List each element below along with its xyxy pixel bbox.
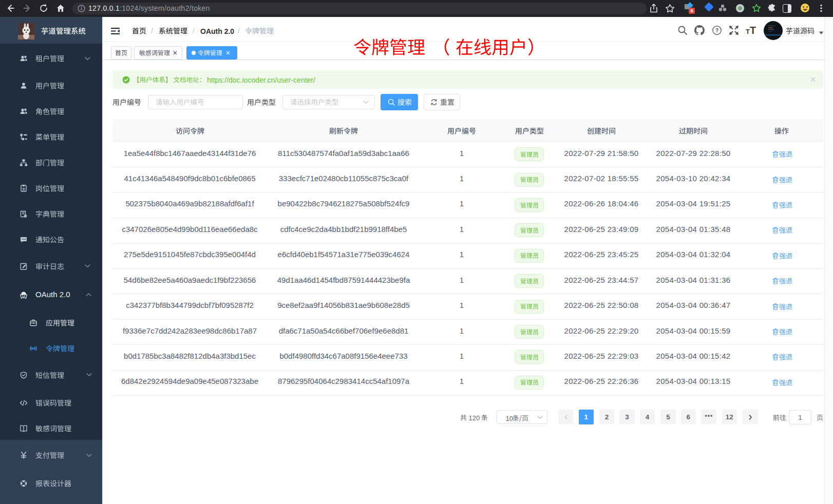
svg-text:?: ? xyxy=(715,27,719,33)
